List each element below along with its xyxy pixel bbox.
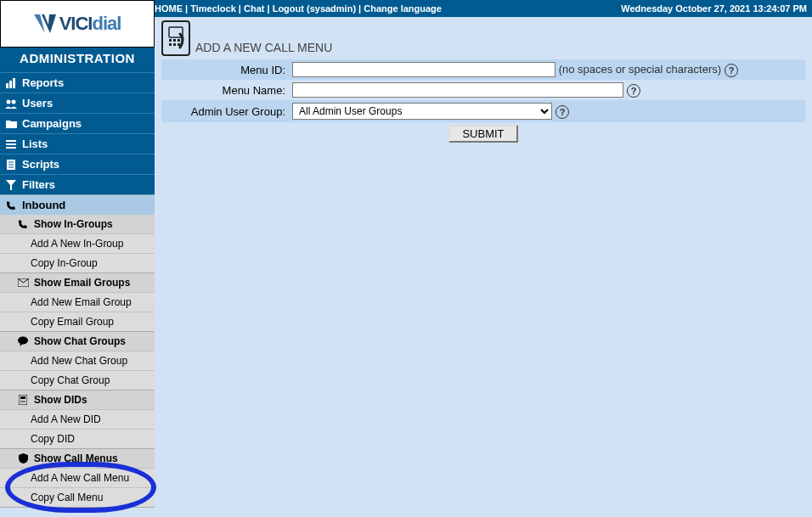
top-datetime: Wednesday October 27, 2021 13:24:07 PM — [621, 3, 807, 14]
sub-header[interactable]: Show Call Menus — [0, 449, 155, 468]
svg-point-15 — [18, 337, 28, 345]
sub-header[interactable]: Show Chat Groups — [0, 332, 155, 351]
nav-label: Reports — [22, 76, 64, 89]
help-icon[interactable]: ? — [555, 105, 569, 119]
sub-header[interactable]: Show Email Groups — [0, 273, 155, 292]
filter-icon — [5, 179, 17, 191]
nav-label: Filters — [22, 178, 55, 191]
sub-link[interactable]: Copy DID — [0, 429, 155, 448]
svg-rect-7 — [6, 140, 16, 142]
nav-item-filters[interactable]: Filters — [0, 174, 155, 194]
admin-header: ADMINISTRATION — [0, 48, 155, 72]
top-link-chat[interactable]: Chat — [244, 3, 264, 14]
sub-header[interactable]: Show DIDs — [0, 391, 155, 409]
top-link-timeclock[interactable]: Timeclock — [190, 3, 236, 14]
logo-text: VICIdial — [59, 13, 121, 35]
svg-point-6 — [12, 99, 16, 104]
help-icon[interactable]: ? — [627, 84, 640, 98]
shield-icon — [17, 452, 29, 464]
sub-link[interactable]: Copy Email Group — [0, 312, 155, 331]
did-icon — [17, 394, 29, 406]
nav-label: Lists — [22, 138, 48, 150]
svg-rect-22 — [169, 39, 172, 42]
nav-label: Campaigns — [22, 117, 82, 130]
mail-icon — [17, 277, 29, 289]
menu-name-input[interactable] — [292, 82, 623, 98]
menu-name-label: Menu Name: — [161, 80, 289, 100]
svg-rect-9 — [6, 147, 16, 149]
svg-rect-8 — [6, 143, 16, 145]
logo-box: VICIdial — [0, 0, 155, 48]
nav-label: Users — [22, 97, 53, 110]
svg-rect-3 — [9, 81, 12, 88]
phone-icon — [5, 199, 17, 211]
folder-icon — [5, 118, 17, 130]
svg-rect-2 — [6, 83, 8, 88]
call-menu-icon — [161, 20, 190, 56]
svg-rect-4 — [13, 78, 15, 88]
logo-icon — [34, 14, 56, 33]
sub-link[interactable]: Add New Email Group — [0, 292, 155, 312]
menu-id-input[interactable] — [292, 62, 555, 77]
nav-item-inbound[interactable]: Inbound — [0, 194, 155, 215]
page-title: ADD A NEW CALL MENU — [195, 41, 332, 54]
nav-item-lists[interactable]: Lists — [0, 133, 155, 154]
sub-link[interactable]: Add A New DID — [0, 409, 155, 429]
admin-group-label: Admin User Group: — [161, 100, 289, 122]
sub-header[interactable]: Show In-Groups — [0, 215, 155, 233]
sub-link[interactable]: Copy In-Group — [0, 253, 155, 273]
phone-icon — [17, 218, 29, 230]
svg-rect-16 — [19, 395, 27, 405]
sub-link[interactable]: Add A New Call Menu — [0, 468, 155, 487]
top-link-home[interactable]: HOME — [155, 3, 183, 14]
nav-label: Inbound — [22, 199, 65, 211]
svg-point-19 — [22, 401, 24, 402]
script-icon — [5, 159, 17, 171]
users-icon — [5, 98, 17, 110]
nav-item-users[interactable]: Users — [0, 93, 155, 113]
sub-link[interactable]: Add New Chat Group — [0, 351, 155, 370]
sub-link[interactable]: Copy Chat Group — [0, 370, 155, 390]
nav-item-scripts[interactable]: Scripts — [0, 154, 155, 174]
admin-group-select[interactable]: All Admin User Groups — [292, 103, 552, 120]
svg-rect-26 — [173, 43, 176, 46]
chart-icon — [5, 77, 17, 89]
nav-item-reports[interactable]: Reports — [0, 72, 155, 93]
top-link-lang[interactable]: Change language — [364, 3, 442, 14]
sub-link[interactable]: Add A New In-Group — [0, 233, 155, 253]
svg-rect-25 — [169, 43, 172, 46]
svg-point-18 — [20, 401, 22, 402]
top-links: HOME | Timeclock | Chat | Logout (sysadm… — [155, 3, 621, 14]
form-table: Menu ID: (no spaces or special character… — [161, 59, 805, 145]
nav-item-campaigns[interactable]: Campaigns — [0, 113, 155, 133]
content: ADD A NEW CALL MENU Menu ID: (no spaces … — [155, 17, 812, 508]
top-link-logout[interactable]: Logout (sysadmin) — [273, 3, 356, 14]
menu-id-label: Menu ID: — [161, 59, 289, 80]
svg-point-20 — [24, 401, 25, 402]
chat-bubble-icon — [17, 335, 29, 347]
help-icon[interactable]: ? — [725, 64, 738, 77]
sidebar: VICIdial ADMINISTRATION ReportsUsersCamp… — [0, 17, 155, 508]
submit-button[interactable]: SUBMIT — [448, 125, 517, 143]
nav-label: Scripts — [22, 158, 59, 171]
svg-rect-27 — [178, 43, 180, 46]
list-icon — [5, 138, 17, 150]
svg-rect-17 — [20, 396, 25, 399]
svg-point-5 — [7, 99, 11, 104]
svg-rect-23 — [173, 39, 176, 42]
menu-id-note: (no spaces or special characters) — [559, 63, 721, 76]
sub-link[interactable]: Copy Call Menu — [0, 487, 155, 507]
svg-rect-24 — [178, 39, 180, 42]
